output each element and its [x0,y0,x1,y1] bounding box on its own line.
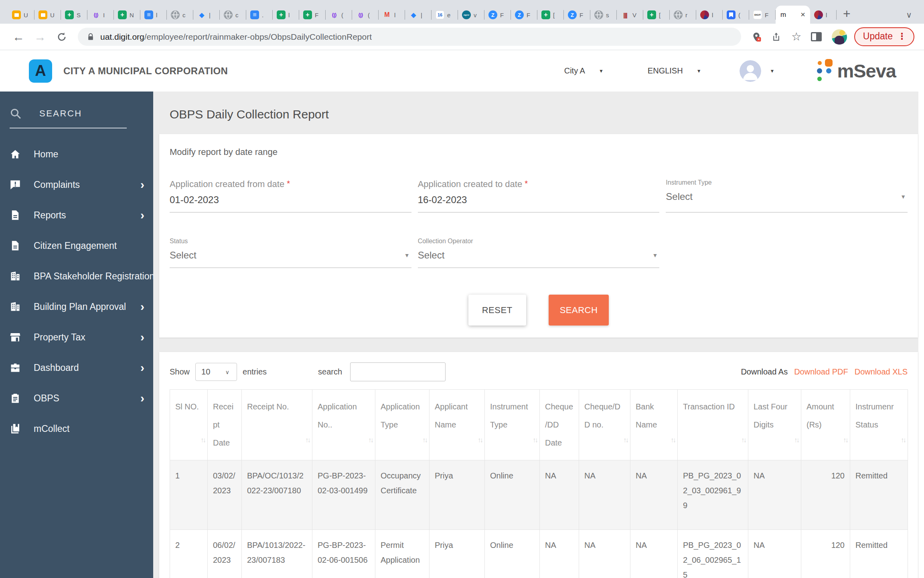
sort-icon: ↑↓ [623,433,628,448]
table-search-input[interactable] [350,362,446,381]
browser-tab[interactable]: F [749,6,776,24]
browser-tab[interactable]: U [34,6,61,24]
to-date-field[interactable]: Application created to date* 16-02-2023 [418,179,660,213]
chrome-update-button[interactable]: Update ⋮ [854,27,914,46]
sidebar-item-property-tax[interactable]: Property Tax› [0,322,153,352]
share-icon[interactable] [768,32,784,42]
column-header-last-four-digits[interactable]: Last Four Digits↑↓ [748,390,801,460]
sort-icon: ↑↓ [422,433,427,448]
tab-title-fragment: c [235,12,240,18]
close-tab-icon[interactable]: × [800,10,805,19]
sidebar-item-label: Complaints [34,179,80,190]
download-pdf-link[interactable]: Download PDF [794,367,848,377]
browser-tab[interactable]: S [61,6,87,24]
instrument-type-select[interactable]: Instrument Type Select ▼ [666,179,908,213]
docs-favicon [250,10,259,19]
tab-overflow-chevron-icon[interactable]: ∨ [906,10,912,20]
sidebar-item-complaints[interactable]: Complaints› [0,169,153,200]
column-header-bank-name[interactable]: Bank Name↑↓ [630,390,678,460]
browser-tab[interactable]: l [273,6,299,24]
browser-tab[interactable]: V [617,6,643,24]
bookmark-star-icon[interactable]: ☆ [788,30,804,43]
sort-icon: ↑↓ [901,433,905,448]
sidebar-item-label: Citizen Engagement [34,240,117,251]
status-select[interactable]: Status Select ▼ [170,238,411,268]
sidebar-item-dashboard[interactable]: Dashboard› [0,352,153,383]
browser-tab[interactable]: U [8,6,34,24]
browser-tab[interactable]: F [564,6,590,24]
browser-tab[interactable]: F [299,6,326,24]
city-selector[interactable]: City A ▼ [564,66,604,75]
browser-tab[interactable]: l [379,6,405,24]
reset-button[interactable]: RESET [468,295,526,326]
browser-tab[interactable]: ( [723,6,749,24]
browser-tab[interactable]: c [167,6,193,24]
sidebar-item-bpa-stakeholder-registration[interactable]: BPA Stakeholder Registration› [0,261,153,291]
tab-title-fragment: l [394,12,399,18]
tab-title-fragment: r [685,12,690,18]
browser-tab[interactable]: ( [326,6,352,24]
browser-tab[interactable]: N [114,6,140,24]
browser-tab[interactable]: ( [352,6,379,24]
gmail-favicon [383,10,391,19]
browser-tab[interactable]: l [696,6,723,24]
language-selector[interactable]: ENGLISH ▼ [648,66,701,75]
column-label: Instrumenr Status [855,402,894,429]
browser-tab[interactable]: F [511,6,537,24]
browser-tab[interactable]: I [87,6,114,24]
from-date-field[interactable]: Application created from date* 01-02-202… [170,179,411,213]
column-header-receipt-no[interactable]: Receipt No.↑↓ [242,390,312,460]
document-icon [10,240,21,251]
sidebar-item-reports[interactable]: Reports› [0,200,153,230]
column-header-instrumenr-status[interactable]: Instrumenr Status↑↓ [850,390,908,460]
browser-tab[interactable]: [ [643,6,670,24]
browser-tab[interactable]: v [458,6,484,24]
column-header-sl-no[interactable]: Sl NO.↑↓ [170,390,208,460]
sidebar-item-obps[interactable]: OBPS› [0,383,153,413]
bars-favicon [621,10,630,19]
browser-tab[interactable]: l [810,6,837,24]
user-avatar[interactable] [740,60,761,82]
back-button[interactable]: ← [10,31,27,43]
entries-per-page-select[interactable]: 10 ∨ [195,363,237,381]
browser-profile-avatar[interactable] [832,29,847,45]
browser-tab[interactable]: l [140,6,167,24]
browser-tab[interactable]: | [405,6,432,24]
sidebar-search-underline [10,128,127,128]
column-header-transaction-id[interactable]: Transaction ID↑↓ [678,390,748,460]
tab-title-fragment: F [500,12,505,18]
sidebar-search[interactable]: SEARCH [0,108,153,120]
browser-tab[interactable]: F [484,6,511,24]
search-button[interactable]: SEARCH [549,295,609,326]
new-tab-button[interactable]: + [843,6,851,21]
forward-button[interactable]: → [31,31,49,43]
tab-title-fragment: s [606,12,610,18]
reload-button[interactable] [53,31,71,43]
collection-operator-select[interactable]: Collection Operator Select ▼ [418,238,660,268]
address-bar[interactable]: uat.digit.org/employee/report/rainmaker-… [78,28,741,46]
browser-tab-active[interactable]: m× [776,6,810,24]
sidebar-item-building-plan-approval[interactable]: Building Plan Approval› [0,291,153,322]
column-header-cheque-dd-no[interactable]: Cheque/DD no.↑↓ [579,390,630,460]
table-cell-amount-rs: 120 [801,460,850,530]
browser-tab[interactable]: [ [537,6,564,24]
column-header-amount-rs[interactable]: Amount (Rs)↑↓ [801,390,850,460]
column-header-application-type[interactable]: Application Type↑↓ [375,390,430,460]
side-panel-icon[interactable] [808,32,825,41]
download-xls-link[interactable]: Download XLS [855,367,908,377]
browser-tab[interactable]: | [193,6,220,24]
browser-tab[interactable]: r [670,6,696,24]
sidebar-item-citizen-engagement[interactable]: Citizen Engagement [0,230,153,261]
sidebar-item-home[interactable]: Home [0,139,153,169]
browser-tab[interactable]: s [590,6,617,24]
profile-menu-caret[interactable]: ▼ [770,68,775,74]
browser-tab[interactable]: c [220,6,246,24]
column-header-application-no[interactable]: Application No..↑↓ [312,390,375,460]
column-header-instrument-type[interactable]: Instrument Type↑↓ [485,390,540,460]
location-blocked-icon[interactable]: × [748,32,764,42]
column-header-applicant-name[interactable]: Applicant Name↑↓ [430,390,485,460]
sidebar-item-mcollect[interactable]: mCollect [0,413,153,444]
browser-tab[interactable]: . [246,6,273,24]
page-scrollbar-gutter[interactable] [918,92,924,578]
browser-tab[interactable]: e [432,6,458,24]
